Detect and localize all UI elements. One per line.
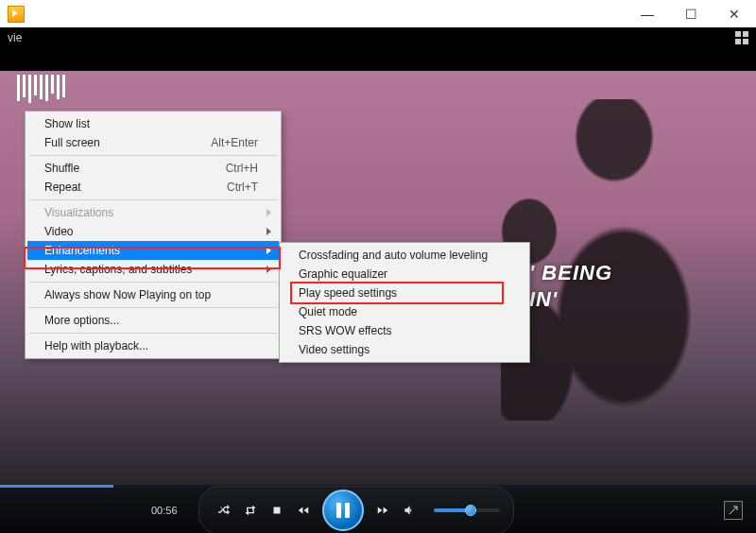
volume-thumb[interactable] [465, 505, 476, 516]
menu-item-full-screen[interactable]: Full screenAlt+Enter [27, 133, 279, 152]
submenu-arrow-icon [266, 247, 271, 254]
menu-item-help-with-playback[interactable]: Help with playback... [27, 336, 279, 355]
submenu-arrow-icon [266, 209, 271, 216]
menu-item-always-show-now-playing-on-top[interactable]: Always show Now Playing on top [27, 285, 279, 304]
svg-rect-0 [273, 507, 280, 514]
submenu-item-label: SRS WOW effects [299, 324, 391, 337]
menu-item-shortcut: Ctrl+T [227, 181, 258, 194]
shuffle-button[interactable] [213, 499, 235, 522]
submenu-item-label: Crossfading and auto volume leveling [299, 249, 488, 262]
menu-item-shortcut: Alt+Enter [211, 136, 258, 149]
menu-item-more-options[interactable]: More options... [27, 311, 279, 330]
menu-item-label: Shuffle [44, 162, 79, 175]
volume-slider[interactable] [434, 508, 500, 512]
menu-item-show-list[interactable]: Show list [27, 114, 279, 133]
switch-view-icon[interactable] [735, 31, 748, 44]
menu-separator [29, 333, 277, 334]
submenu-item-video-settings[interactable]: Video settings [282, 340, 527, 359]
menu-item-shuffle[interactable]: ShuffleCtrl+H [27, 159, 279, 178]
menu-item-lyrics-captions-and-subtitles[interactable]: Lyrics, captions, and subtitles [27, 260, 279, 279]
menu-item-label: Enhancements [44, 244, 120, 257]
submenu-item-crossfading-and-auto-volume-leveling[interactable]: Crossfading and auto volume leveling [282, 246, 527, 265]
mute-button[interactable] [398, 499, 421, 522]
elapsed-time: 00:56 [151, 505, 178, 516]
forward-button[interactable] [371, 499, 394, 522]
menu-item-label: Full screen [44, 136, 100, 149]
close-button[interactable]: ✕ [713, 0, 756, 27]
menu-bar: vie [0, 27, 756, 48]
rewind-button[interactable] [292, 499, 315, 522]
menu-separator [29, 282, 277, 283]
submenu-item-label: Play speed settings [299, 286, 397, 300]
maximize-button[interactable]: ☐ [669, 0, 713, 27]
menu-item-label: Repeat [44, 181, 81, 194]
context-menu: Show listFull screenAlt+EnterShuffleCtrl… [25, 111, 282, 359]
menu-separator [29, 155, 277, 156]
video-caption-overlay: ' BEING IN' [529, 260, 612, 312]
submenu-arrow-icon [266, 266, 271, 273]
submenu-item-graphic-equalizer[interactable]: Graphic equalizer [282, 265, 527, 284]
play-pause-button[interactable] [322, 490, 364, 531]
submenu-item-srs-wow-effects[interactable]: SRS WOW effects [282, 321, 527, 340]
window-controls: — ☐ ✕ [626, 0, 756, 27]
menu-item-visualizations: Visualizations [27, 203, 279, 222]
menu-separator [29, 307, 277, 308]
transport-controls [198, 486, 514, 533]
menu-view[interactable]: vie [8, 31, 22, 44]
pause-icon [336, 503, 350, 518]
menu-item-label: Video [44, 225, 73, 238]
submenu-arrow-icon [266, 228, 271, 235]
menu-separator [29, 199, 277, 200]
caption-line-2: IN' [529, 287, 558, 311]
app-icon [8, 6, 25, 23]
submenu-item-play-speed-settings[interactable]: Play speed settings [282, 284, 527, 302]
fullscreen-button[interactable] [724, 501, 743, 520]
submenu-item-label: Quiet mode [299, 305, 357, 318]
playback-control-bar: 00:56 [0, 488, 756, 533]
stop-button[interactable] [266, 499, 288, 522]
menu-item-shortcut: Ctrl+H [226, 162, 258, 175]
menu-item-label: Always show Now Playing on top [44, 288, 211, 301]
minimize-button[interactable]: — [626, 0, 669, 27]
window-titlebar: — ☐ ✕ [0, 0, 756, 28]
menu-item-label: Show list [44, 117, 90, 130]
repeat-button[interactable] [239, 499, 262, 522]
menu-item-video[interactable]: Video [27, 222, 279, 241]
enhancements-submenu: Crossfading and auto volume levelingGrap… [279, 242, 530, 363]
menu-item-label: Help with playback... [44, 339, 148, 352]
caption-line-1: ' BEING [529, 261, 612, 284]
submenu-item-quiet-mode[interactable]: Quiet mode [282, 302, 527, 321]
menu-item-label: More options... [44, 314, 119, 327]
menu-item-repeat[interactable]: RepeatCtrl+T [27, 178, 279, 197]
menu-item-label: Visualizations [44, 206, 113, 219]
menu-item-label: Lyrics, captions, and subtitles [44, 263, 192, 276]
barcode-overlay [17, 75, 65, 103]
submenu-item-label: Graphic equalizer [299, 267, 387, 281]
menu-item-enhancements[interactable]: Enhancements [27, 241, 279, 260]
submenu-item-label: Video settings [299, 343, 369, 356]
